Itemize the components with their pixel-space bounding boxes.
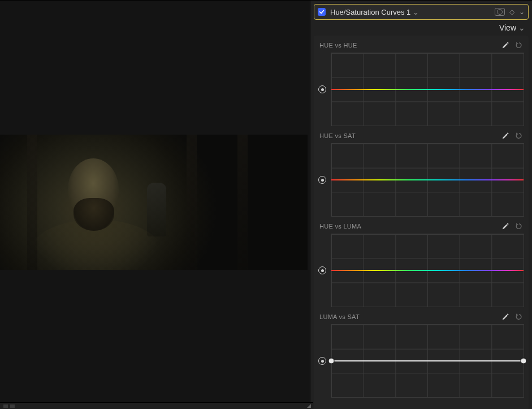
curve-panel-title: HUE vs SAT [319, 132, 356, 139]
chevron-down-icon[interactable]: ⌄ [519, 8, 525, 16]
scene-pillar [237, 135, 248, 270]
chevron-down-icon: ⌄ [413, 8, 419, 16]
curve-line[interactable] [331, 89, 524, 90]
curve-line[interactable] [331, 360, 524, 361]
curve-panel-title: HUE vs LUMA [319, 223, 361, 230]
curve-panel-title: LUMA vs SAT [319, 313, 360, 320]
curve-line[interactable] [331, 179, 524, 180]
curve-select-radio[interactable] [318, 176, 326, 184]
scene-background-figure [147, 183, 166, 236]
curve-panel-title: HUE vs HUE [319, 42, 357, 49]
curve-grid[interactable] [331, 234, 524, 307]
eyedropper-icon[interactable] [501, 222, 509, 230]
curve-panel-luma-sat: LUMA vs SAT [318, 307, 524, 398]
inspector-pane: Hue/Saturation Curves 1 ⌄ ◇ ⌄ View ⌄ HUE… [310, 0, 532, 409]
keyframe-icon[interactable]: ◇ [509, 8, 514, 16]
curve-select-radio[interactable] [318, 85, 326, 93]
viewer-mode-toggle[interactable] [3, 404, 8, 408]
resize-handle-icon[interactable]: ◢ [307, 403, 311, 408]
curve-panel-hue-sat: HUE vs SAT [318, 126, 524, 217]
viewer-bottom-bar: ◢ [0, 402, 313, 409]
curve-grid[interactable] [331, 324, 524, 398]
curve-select-radio[interactable] [318, 357, 326, 365]
curve-line[interactable] [331, 270, 524, 271]
effect-title-label: Hue/Saturation Curves 1 [330, 8, 410, 16]
reset-icon[interactable] [515, 222, 523, 230]
viewer-mode-toggle[interactable] [10, 404, 15, 408]
effect-enable-checkbox[interactable] [318, 8, 326, 16]
curve-grid[interactable] [331, 53, 524, 126]
curve-grid[interactable] [331, 143, 524, 217]
chevron-down-icon: ⌄ [518, 23, 525, 32]
curve-panel-hue-luma: HUE vs LUMA [318, 217, 524, 307]
curve-select-radio[interactable] [318, 266, 326, 274]
reset-icon[interactable] [515, 41, 523, 49]
eyedropper-icon[interactable] [501, 41, 509, 49]
curve-panel-hue-hue: HUE vs HUE [318, 36, 524, 126]
scene-pillar [187, 135, 197, 270]
view-menu[interactable]: View ⌄ [310, 20, 532, 36]
curve-panels: HUE vs HUEHUE vs SATHUE vs LUMALUMA vs S… [314, 36, 529, 409]
curve-endpoint[interactable] [521, 358, 527, 364]
eyedropper-icon[interactable] [501, 313, 509, 321]
app-root: ◢ Hue/Saturation Curves 1 ⌄ ◇ ⌄ View ⌄ H… [0, 0, 532, 409]
video-preview[interactable] [0, 135, 308, 270]
eyedropper-icon[interactable] [501, 132, 509, 140]
view-menu-label: View [499, 23, 516, 32]
mask-icon[interactable] [495, 8, 505, 16]
scene-beard [73, 198, 114, 231]
effect-header[interactable]: Hue/Saturation Curves 1 ⌄ ◇ ⌄ [314, 4, 529, 20]
reset-icon[interactable] [515, 313, 523, 321]
viewer-pane: ◢ [0, 0, 310, 409]
curve-endpoint[interactable] [328, 358, 335, 364]
effect-title[interactable]: Hue/Saturation Curves 1 ⌄ [330, 8, 419, 16]
reset-icon[interactable] [515, 132, 523, 140]
